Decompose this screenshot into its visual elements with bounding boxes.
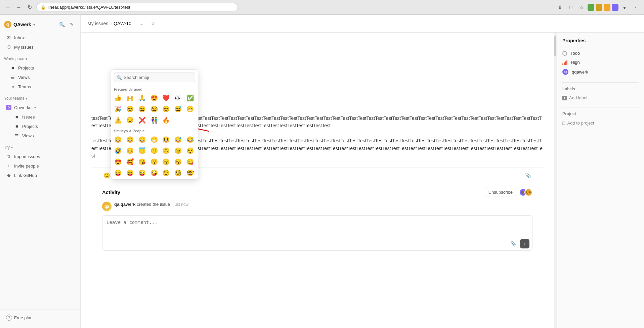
team-projects-icon: ◾: [14, 124, 19, 129]
screenshot-icon[interactable]: □: [566, 3, 575, 12]
activity-event-text: qa.qawerk created the issue · just now: [114, 202, 188, 207]
emoji-unamused[interactable]: 😒: [125, 115, 135, 126]
sidebar-item-import[interactable]: ⇅ Import issues: [2, 152, 78, 161]
profile-icon[interactable]: ●: [620, 3, 629, 12]
creator-avatar: qa: [102, 202, 112, 211]
activity-actions: Unsubscribe qa QA: [485, 188, 532, 196]
more-options-button[interactable]: ···: [137, 19, 146, 28]
address-bar[interactable]: 🔒 linear.app/qawerkq/issue/QAW-10/test-t…: [36, 3, 238, 11]
help-icon: ?: [6, 315, 12, 321]
sidebar-item-teams[interactable]: ♬ Teams: [2, 82, 78, 91]
emoji-couple[interactable]: 👫: [149, 115, 160, 126]
emoji-check[interactable]: ✅: [185, 93, 196, 103]
emoji-grimace[interactable]: 😬: [185, 104, 196, 114]
lock-icon: 🔒: [41, 5, 46, 10]
sidebar-item-team-views[interactable]: ☰ Views: [2, 131, 78, 140]
workspace-chevron-icon: ▾: [26, 57, 27, 61]
smileys-label: Smileys & People: [111, 127, 198, 134]
sidebar-item-inbox[interactable]: ✉ Inbox: [2, 33, 78, 42]
add-label-button[interactable]: ■ Add label: [562, 94, 639, 102]
team-views-label: Views: [22, 133, 34, 138]
comment-attachment-button[interactable]: 📎: [509, 239, 518, 248]
your-teams-chevron-icon: ▾: [26, 97, 27, 100]
workspace-selector[interactable]: Q QAwerk ▾: [4, 21, 35, 28]
issue-main: 🔍 Frequently used 👍 🙌 🙏 😍 ❤️: [81, 33, 554, 328]
workspace-name-label: QAwerk: [13, 22, 31, 27]
reload-button[interactable]: ↻: [26, 3, 34, 11]
emoji-scroll-area[interactable]: Frequently used 👍 🙌 🙏 😍 ❤️ 👀 ✅ 🎉 😊: [111, 85, 198, 179]
add-project-text: Add to project: [567, 121, 594, 126]
emoji-warning[interactable]: ⚠️: [113, 115, 123, 126]
try-section-header[interactable]: Try ▾: [0, 143, 80, 152]
emoji-joy[interactable]: 😂: [149, 104, 160, 114]
emoji-picker-panel: 🔍 Frequently used 👍 🙌 🙏 😍 ❤️: [111, 69, 198, 180]
emoji-thumbsup[interactable]: 👍: [113, 93, 123, 103]
inbox-label: Inbox: [14, 35, 25, 40]
sidebar-item-team-issues[interactable]: ■ Issues: [2, 112, 78, 121]
add-project-button[interactable]: □ Add to project: [562, 119, 639, 127]
emoji-x[interactable]: ❌: [137, 115, 147, 126]
add-reaction-button[interactable]: 🙂: [102, 171, 112, 180]
comment-input[interactable]: [102, 216, 532, 236]
emoji-fire[interactable]: 🔥: [161, 115, 171, 126]
sidebar-item-my-issues[interactable]: ☉ My issues: [2, 43, 78, 51]
projects-label: Projects: [18, 65, 34, 71]
assignee-property[interactable]: qq qqawerk: [562, 67, 639, 77]
forward-button[interactable]: →: [15, 3, 23, 11]
status-property[interactable]: Todo: [562, 49, 639, 58]
project-section: Project □ Add to project: [562, 107, 639, 127]
sidebar-header: Q QAwerk ▾ 🔍 ✎: [0, 17, 80, 32]
properties-title: Properties: [562, 38, 639, 43]
activity-title: Activity: [102, 189, 120, 195]
priority-icon: [562, 60, 567, 65]
sidebar-item-github[interactable]: ◆ Link GitHub: [2, 171, 78, 180]
team-icon: Q: [6, 105, 11, 110]
comment-send-button[interactable]: ↑: [520, 239, 529, 248]
activity-time: just now: [174, 202, 188, 207]
sidebar-item-views[interactable]: ☰ Views: [2, 73, 78, 82]
main-scrollbar[interactable]: [554, 33, 557, 328]
compose-button[interactable]: ✎: [68, 20, 76, 29]
emoji-heart-eyes[interactable]: 😍: [149, 93, 160, 103]
emoji-heart[interactable]: ❤️: [161, 93, 171, 103]
star-button[interactable]: ☆: [148, 19, 158, 28]
search-button[interactable]: 🔍: [57, 20, 66, 29]
breadcrumb-my-issues[interactable]: My issues: [87, 21, 108, 26]
sidebar-item-team-projects[interactable]: ◾ Projects: [2, 122, 78, 131]
back-button[interactable]: ←: [4, 3, 12, 11]
emoji-grin[interactable]: 😄: [137, 104, 147, 114]
labels-section: Labels ■ Add label: [562, 82, 639, 102]
menu-icon[interactable]: ⋮: [631, 3, 640, 12]
action-left-group: 🙂: [102, 171, 112, 180]
free-plan-button[interactable]: ? Free plan: [2, 313, 78, 322]
team-projects-label: Projects: [22, 124, 38, 129]
unsubscribe-button[interactable]: Unsubscribe: [485, 188, 516, 196]
sidebar-item-invite[interactable]: + Invite people: [2, 161, 78, 170]
emoji-search-input[interactable]: [114, 73, 195, 82]
team-chevron-icon: ▾: [34, 106, 36, 109]
workspace-section-header[interactable]: Workspace ▾: [0, 54, 80, 63]
emoji-sweat-smile[interactable]: 😅: [173, 104, 183, 114]
github-label: Link GitHub: [14, 173, 37, 178]
your-teams-section-header[interactable]: Your teams ▾: [0, 94, 80, 103]
emoji-eyes[interactable]: 👀: [173, 93, 183, 103]
teams-label: Teams: [18, 84, 31, 89]
emoji-smile[interactable]: 😊: [125, 104, 135, 114]
sidebar: Q QAwerk ▾ 🔍 ✎ ✉ Inbox ☉ My issues Works…: [0, 15, 81, 328]
sidebar-item-projects[interactable]: ◾ Projects: [2, 63, 78, 72]
comment-footer: 📎 ↑: [102, 237, 532, 250]
workspace-section-label: Workspace: [4, 56, 24, 61]
bookmark-icon[interactable]: ☆: [577, 3, 586, 12]
download-icon[interactable]: ⇓: [555, 3, 565, 12]
issues-icon: ■: [14, 114, 19, 120]
priority-property[interactable]: High: [562, 58, 639, 67]
sidebar-item-team-qawerkq[interactable]: Q Qawerkq ▾: [2, 103, 78, 112]
attachment-button-issue[interactable]: 📎: [523, 171, 532, 180]
github-icon: ◆: [6, 173, 11, 178]
emoji-raised-hands[interactable]: 🙌: [125, 93, 135, 103]
extension-purple: [612, 4, 618, 11]
projects-icon: ◾: [10, 65, 15, 71]
emoji-tada[interactable]: 🎉: [113, 104, 123, 114]
emoji-blush[interactable]: 😊: [161, 104, 171, 114]
emoji-pray[interactable]: 🙏: [137, 93, 147, 103]
